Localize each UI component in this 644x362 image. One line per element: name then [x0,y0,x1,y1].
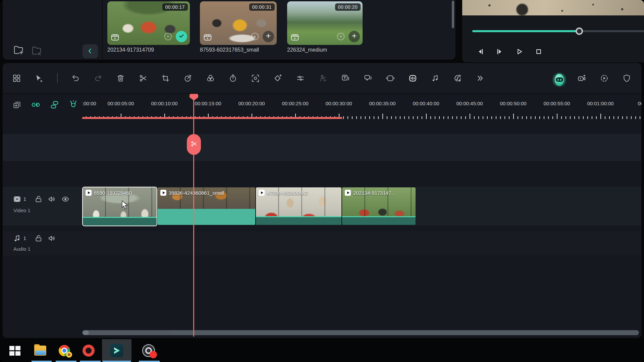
adjust-icon[interactable] [296,74,305,83]
lock-toggle-icon[interactable] [34,234,43,243]
ruler-label: 00:00:35:00 [369,101,395,106]
timeline-clip[interactable]: 202134-9173147... [342,187,416,225]
split-at-playhead-button[interactable] [187,134,201,155]
taskbar-obs[interactable] [137,339,160,362]
video-track-icon [13,195,21,203]
preview-play-icon[interactable] [250,32,260,42]
taskbar-file-explorer[interactable] [30,339,51,362]
media-item-thumbnail[interactable]: 00:00:20 [287,1,363,45]
ruler-tick [491,116,492,119]
add-folder-icon[interactable] [13,44,24,56]
ruler-tick [635,116,636,119]
delete-icon[interactable] [116,74,125,83]
ai-audio-icon[interactable] [453,74,462,83]
ruler-tick [535,116,536,119]
audio-stretch-icon[interactable] [408,74,417,83]
ruler-label: 00:00:45:00 [456,101,483,106]
mute-toggle-icon[interactable] [48,234,56,243]
split-icon[interactable] [139,74,148,83]
ruler-tick [509,116,509,119]
media-scrollbar[interactable] [452,1,454,28]
music-icon[interactable] [431,74,440,83]
text-to-speech-icon[interactable] [341,74,350,83]
filmora-icon [110,344,123,357]
ruler-tick [352,116,353,119]
more-tools-icon[interactable] [476,74,485,83]
select-tool-icon[interactable] [35,74,44,83]
ruler-tick [600,114,601,119]
track-count: 1 [23,236,26,241]
add-to-timeline-button[interactable] [348,31,360,42]
video-clip-icon [290,32,300,42]
preview-play-icon[interactable] [336,32,346,42]
delete-folder-icon[interactable] [31,45,42,56]
ruler-tick [613,116,614,119]
audio-track-lane [3,231,641,255]
duration-badge: 00:00:17 [162,3,188,11]
preview-seekbar[interactable] [472,30,644,32]
clip-audio-waveform [83,217,157,226]
audio-track-header: 1 Audio 1 [3,231,82,255]
ruler-tick [426,114,427,119]
ai-copilot-icon[interactable] [555,74,564,83]
link-icon[interactable] [31,100,41,110]
unlink-icon[interactable] [50,100,59,110]
play-icon[interactable] [515,47,524,56]
motion-track-icon[interactable] [251,74,260,83]
media-sidebar [3,0,103,60]
preview-play-icon[interactable] [163,32,173,42]
previous-frame-icon[interactable] [476,47,485,56]
media-item-thumbnail[interactable]: 00:00:17 [107,1,190,45]
render-preview-icon[interactable] [600,74,609,83]
scene-frame-icon[interactable] [386,74,395,83]
speech-to-text-icon[interactable] [363,74,372,83]
taskbar-filmora[interactable] [102,339,131,362]
crop-icon[interactable] [161,74,170,83]
file-explorer-icon [34,346,46,356]
record-screen-icon[interactable] [577,74,586,83]
ruler-tick [478,116,479,119]
stop-icon[interactable] [534,47,543,56]
speed-icon[interactable] [183,74,193,83]
timeline-scrollbar[interactable] [82,330,639,335]
ruler-tick [596,116,597,119]
add-to-timeline-button[interactable] [263,31,274,42]
timeline-clip[interactable]: 6590-193729460 [82,187,157,226]
color-match-icon[interactable] [206,74,215,83]
ruler-tick [618,116,619,119]
chevron-left-icon [87,47,94,56]
redo-icon[interactable] [94,74,103,83]
ruler-tick [378,116,379,119]
boundary-shield-icon[interactable] [622,74,631,83]
ruler-range-bar [82,117,342,119]
taskbar-red-ring-app[interactable] [78,339,99,362]
timeline-clip[interactable]: 47098-452600642 [256,187,341,225]
media-grid-icon[interactable] [12,74,21,83]
timeline-ruler[interactable]: :00:0000:00:05:0000:00:10:0000:00:15:000… [82,97,641,121]
ruler-tick [579,116,579,119]
taskbar-chrome[interactable] [54,339,75,362]
ruler-tick [365,116,366,119]
windows-start-button[interactable] [5,339,25,362]
character-anim-icon[interactable] [318,74,327,83]
seekbar-handle[interactable] [576,27,583,35]
lock-toggle-icon[interactable] [34,195,43,203]
timer-icon[interactable] [228,74,237,83]
clip-name: 39836-424360861_small [169,190,224,196]
keyframe-icon[interactable] [273,74,282,83]
collapse-panel-button[interactable] [83,44,98,58]
windows-logo-icon [9,346,20,356]
duplicate-icon[interactable] [12,100,22,110]
toolbar-left-icons [12,73,555,83]
media-item-thumbnail[interactable]: 00:00:31 [200,1,277,45]
mute-toggle-icon[interactable] [48,195,56,203]
next-frame-icon[interactable] [495,47,504,56]
undo-icon[interactable] [71,74,80,83]
ruler-tick [522,116,523,119]
timeline-clip[interactable]: 39836-424360861_small [158,187,255,225]
visibility-toggle-icon[interactable] [61,195,70,203]
snap-magnet-icon[interactable] [68,100,78,110]
ruler-tick [487,116,488,119]
chrome-profile-badge [66,352,72,358]
obs-icon [142,344,155,357]
